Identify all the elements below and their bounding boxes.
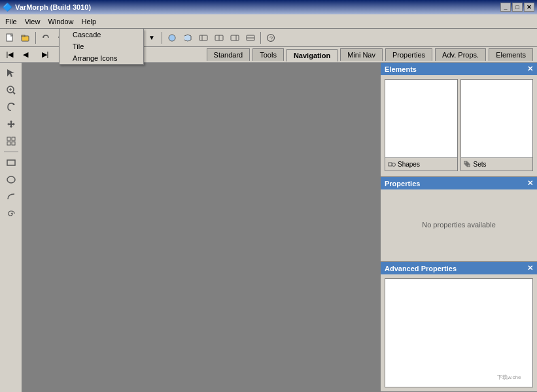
toolbar-btn-b[interactable] (181, 31, 195, 45)
left-toolbar (0, 63, 22, 392)
svg-rect-2 (22, 35, 25, 37)
svg-rect-27 (12, 137, 15, 140)
svg-line-21 (13, 92, 15, 94)
svg-rect-26 (7, 137, 10, 140)
menu-window-arrange-icons[interactable]: Arrange Icons (60, 52, 143, 64)
title-controls: _ □ ✕ (500, 3, 534, 12)
menu-help[interactable]: Help (78, 16, 101, 27)
tab-properties[interactable]: Properties (385, 48, 432, 61)
properties-close-button[interactable]: ✕ (527, 179, 533, 188)
tab-elements[interactable]: Elements (489, 48, 533, 61)
toolbar-undo[interactable] (39, 31, 53, 45)
tab-mini-nav[interactable]: Mini Nav (340, 48, 383, 61)
left-sep-1 (4, 152, 18, 152)
tool-select[interactable] (3, 65, 20, 81)
toolbar-btn-c[interactable] (196, 31, 211, 45)
canvas-area[interactable] (22, 63, 380, 392)
menu-view[interactable]: View (21, 16, 44, 27)
close-button[interactable]: ✕ (524, 3, 534, 12)
elements-panel-header: Elements ✕ (381, 63, 537, 75)
shapes-tab[interactable]: Shapes (385, 157, 457, 171)
sets-tab-label: Sets (474, 161, 487, 168)
tool-arc[interactable] (3, 189, 20, 204)
elements-close-button[interactable]: ✕ (527, 65, 533, 73)
adv-properties-panel: Advanced Properties ✕ 下载w.che (381, 262, 537, 392)
svg-rect-13 (231, 35, 239, 41)
tab-navigation[interactable]: Navigation (286, 49, 338, 61)
svg-point-33 (392, 163, 396, 166)
properties-content: No properties available (381, 189, 537, 260)
toolbar-sep-5 (260, 32, 261, 44)
elements-panel: Elements ✕ Shapes Sets (381, 63, 537, 177)
svg-rect-9 (199, 35, 207, 41)
tool-ellipse[interactable] (3, 172, 20, 188)
menu-window-cascade[interactable]: Cascade (60, 29, 143, 41)
shapes-area[interactable] (385, 80, 457, 157)
shapes-box: Shapes (385, 79, 458, 171)
shapes-tab-label: Shapes (398, 161, 420, 168)
svg-text:?: ? (269, 35, 273, 42)
svg-text:下载w.che: 下载w.che (497, 374, 521, 380)
adv-properties-content[interactable]: 下载w.che (385, 278, 533, 387)
svg-marker-19 (7, 69, 14, 77)
menu-window[interactable]: Window (44, 16, 77, 27)
adv-properties-title: Advanced Properties (385, 265, 457, 272)
menu-window-tile[interactable]: Tile (60, 41, 143, 52)
toolbar-sep-1 (35, 32, 36, 44)
svg-point-8 (169, 35, 175, 41)
svg-rect-29 (12, 142, 15, 145)
adv-properties-panel-header: Advanced Properties ✕ (381, 262, 537, 274)
tab-standard[interactable]: Standard (207, 48, 251, 61)
tool-rect[interactable] (3, 155, 20, 171)
properties-panel-header: Properties ✕ (381, 177, 537, 189)
tool-zoom[interactable] (3, 82, 20, 98)
sets-area[interactable] (461, 80, 533, 157)
toolbar-help[interactable]: ? (264, 31, 278, 45)
properties-panel: Properties ✕ No properties available (381, 177, 537, 262)
sets-box: Sets (460, 79, 534, 171)
toolbar-zoom-dropdown[interactable]: ▼ (145, 31, 159, 45)
tab-adv-props[interactable]: Adv. Props. (435, 48, 486, 61)
tool-spiral[interactable] (3, 206, 20, 221)
svg-rect-28 (7, 142, 10, 145)
properties-title: Properties (385, 180, 420, 188)
svg-marker-25 (7, 120, 15, 128)
title-bar: 🔷 VarMorph (Build 3010) _ □ ✕ (0, 0, 537, 14)
main-layout: Elements ✕ Shapes Sets (0, 63, 537, 392)
nav-first-btn[interactable]: |◀ (3, 49, 17, 61)
toolbar-new[interactable] (3, 31, 17, 45)
svg-rect-32 (389, 163, 392, 166)
nav-prev-btn[interactable]: ◀ (18, 49, 33, 61)
app-title: VarMorph (Build 3010) (15, 3, 91, 11)
properties-empty-text: No properties available (422, 221, 496, 229)
svg-point-31 (7, 176, 15, 183)
toolbar-sep-4 (162, 32, 162, 44)
toolbar-btn-e[interactable] (228, 31, 242, 45)
tool-rotate[interactable] (3, 99, 20, 115)
watermark: 下载w.che (497, 370, 530, 384)
tool-grid[interactable] (3, 133, 20, 149)
maximize-button[interactable]: □ (512, 3, 523, 12)
toolbar-btn-d[interactable] (212, 31, 226, 45)
tool-move[interactable] (3, 116, 20, 132)
sets-tab[interactable]: Sets (461, 157, 533, 171)
app-icon: 🔷 (3, 3, 12, 12)
right-panel: Elements ✕ Shapes Sets (380, 63, 537, 392)
minimize-button[interactable]: _ (500, 3, 511, 12)
window-dropdown-menu: Cascade Tile Arrange Icons (59, 29, 144, 65)
toolbar-open[interactable] (18, 31, 33, 45)
menu-file[interactable]: File (1, 16, 21, 27)
title-text: 🔷 VarMorph (Build 3010) (3, 3, 91, 12)
menu-bar: File View Window Help Cascade Tile Arran… (0, 14, 537, 29)
elements-content: Shapes Sets (381, 75, 537, 175)
adv-properties-close-button[interactable]: ✕ (527, 264, 533, 272)
elements-title: Elements (385, 65, 417, 73)
tab-tools[interactable]: Tools (252, 48, 284, 61)
svg-rect-30 (7, 160, 15, 165)
toolbar-btn-a[interactable] (165, 31, 179, 45)
nav-next-btn[interactable]: ▶| (38, 49, 52, 61)
toolbar-btn-f[interactable] (243, 31, 258, 45)
